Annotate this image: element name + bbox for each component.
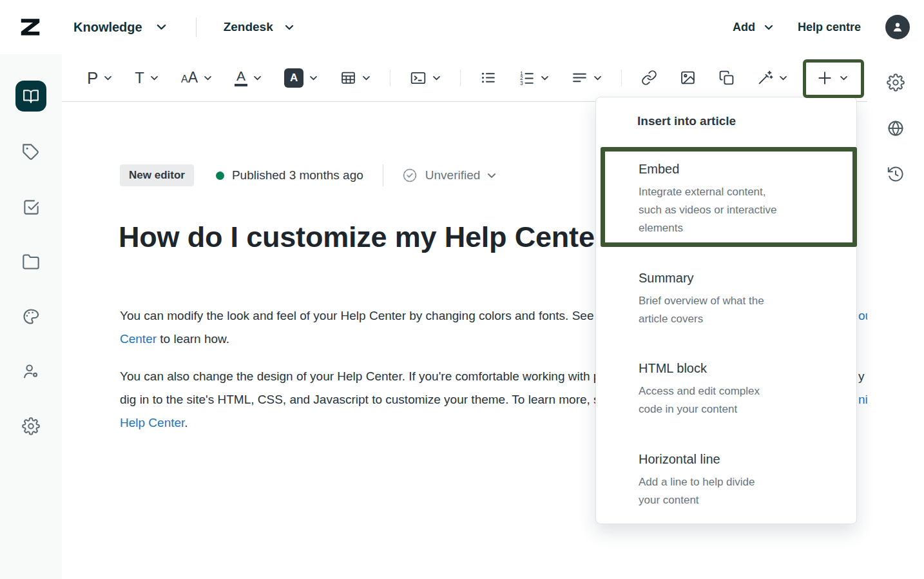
chevron-down-icon: [764, 25, 773, 30]
sidebar-item-content[interactable]: [22, 252, 40, 271]
product-name: Knowledge: [73, 20, 142, 35]
chevron-down-icon: [150, 75, 159, 81]
sidebar: [0, 54, 62, 579]
zendesk-logo-icon: [17, 15, 44, 39]
new-editor-badge: New editor: [120, 164, 194, 186]
article-settings-button[interactable]: [887, 74, 905, 92]
chevron-down-icon: [309, 75, 318, 81]
avatar[interactable]: [885, 15, 910, 39]
ai-assist-button[interactable]: [750, 66, 794, 90]
menu-item-embed[interactable]: Embed Integrate external content, such a…: [639, 162, 832, 237]
verification-label: Unverified: [425, 168, 481, 182]
folder-icon: [22, 253, 40, 271]
sidebar-item-settings[interactable]: [22, 417, 40, 436]
text-color-button[interactable]: A: [227, 65, 269, 90]
align-left-icon: [572, 70, 588, 86]
add-menu-button[interactable]: Add: [733, 21, 773, 34]
menu-item-horizontal-line[interactable]: Horizontal line Add a line to help divid…: [639, 452, 832, 509]
insert-menu: Insert into article Embed Integrate exte…: [595, 97, 857, 524]
tag-icon: [22, 143, 40, 161]
sidebar-item-themes[interactable]: [22, 307, 40, 326]
highlight-color-button[interactable]: A: [277, 64, 325, 92]
code-block-button[interactable]: [403, 66, 448, 90]
sidebar-item-approvals[interactable]: [23, 197, 40, 217]
chevron-down-icon: [487, 173, 496, 179]
sidebar-item-knowledge-base[interactable]: [15, 81, 46, 112]
palette-icon: [22, 308, 40, 326]
gear-icon: [887, 74, 905, 92]
check-square-icon: [23, 199, 40, 216]
globe-icon: [887, 119, 905, 137]
paste-button[interactable]: [711, 66, 742, 90]
topbar-actions: Add Help centre: [733, 15, 910, 39]
verification-dropdown[interactable]: Unverified: [401, 167, 497, 184]
svg-text:3: 3: [520, 80, 523, 86]
topbar: Knowledge Zendesk Add Help centre: [0, 0, 924, 54]
app-root: Knowledge Zendesk Add Help centre: [0, 0, 924, 579]
history-button[interactable]: [887, 165, 905, 183]
chevron-down-icon: [285, 25, 294, 30]
toolbar-divider: [621, 70, 622, 86]
product-switcher[interactable]: Knowledge: [73, 20, 166, 35]
font-size-button[interactable]: AA: [174, 66, 219, 89]
code-block-icon: [410, 70, 427, 86]
link-button[interactable]: [634, 66, 664, 90]
book-open-icon: [23, 88, 39, 104]
gear-icon: [22, 417, 40, 435]
editor-toolbar: P T AA A A: [62, 54, 867, 102]
history-icon: [887, 165, 905, 183]
article-link[interactable]: Center: [120, 332, 157, 346]
article-title[interactable]: How do I customize my Help Center?: [119, 221, 623, 254]
toolbar-divider: [460, 70, 461, 86]
published-status: Published 3 months ago: [232, 168, 363, 182]
color-bar: [235, 84, 247, 86]
workspace-switcher[interactable]: Zendesk: [224, 20, 294, 34]
article-link[interactable]: Help Center: [120, 416, 184, 429]
paste-icon: [718, 70, 735, 86]
chevron-down-icon: [593, 75, 602, 81]
user-permissions-icon: [22, 362, 40, 380]
chevron-down-icon: [432, 75, 441, 81]
user-icon: [891, 21, 904, 34]
plus-icon: [816, 70, 833, 86]
insert-menu-title: Insert into article: [637, 114, 736, 128]
toolbar-divider: [390, 70, 390, 86]
published-status-dot: [216, 172, 224, 180]
right-rail: [867, 54, 924, 579]
chevron-down-icon: [362, 75, 371, 81]
image-button[interactable]: [673, 66, 703, 90]
chevron-down-icon: [104, 75, 112, 81]
numbered-list-icon: 123: [519, 70, 535, 86]
language-button[interactable]: [887, 119, 905, 137]
chevron-down-icon: [157, 24, 166, 30]
image-icon: [680, 70, 696, 86]
chevron-down-icon: [204, 75, 212, 81]
numbered-list-button[interactable]: 123: [512, 66, 556, 90]
chevron-down-icon: [840, 75, 848, 81]
sidebar-item-tags[interactable]: [22, 142, 40, 162]
table-button[interactable]: [333, 66, 378, 90]
chevron-down-icon: [253, 75, 262, 81]
meta-divider: [383, 164, 383, 186]
menu-item-html-block[interactable]: HTML block Access and edit complex code …: [639, 361, 832, 418]
help-centre-button[interactable]: Help centre: [798, 21, 861, 34]
verification-badge-icon: [401, 167, 418, 184]
text-style-button[interactable]: T: [128, 66, 166, 90]
link-icon: [641, 70, 657, 86]
paragraph-style-button[interactable]: P: [80, 66, 119, 90]
table-icon: [340, 70, 356, 86]
clipped-text-fragment: y: [858, 365, 865, 388]
highlight-tile: A: [284, 68, 303, 88]
bulleted-list-icon: [480, 70, 496, 86]
chevron-down-icon: [779, 75, 787, 81]
workspace-name: Zendesk: [224, 20, 273, 34]
sidebar-item-user-permissions[interactable]: [22, 362, 40, 381]
bulleted-list-button[interactable]: [473, 66, 503, 90]
alignment-button[interactable]: [564, 66, 609, 90]
topbar-divider: [196, 17, 197, 37]
insert-button[interactable]: [809, 63, 855, 93]
menu-item-summary[interactable]: Summary Brief overview of what the artic…: [639, 271, 832, 328]
article-meta-row: New editor Published 3 months ago Unveri…: [120, 164, 496, 186]
magic-wand-icon: [757, 70, 773, 86]
chevron-down-icon: [541, 75, 549, 81]
